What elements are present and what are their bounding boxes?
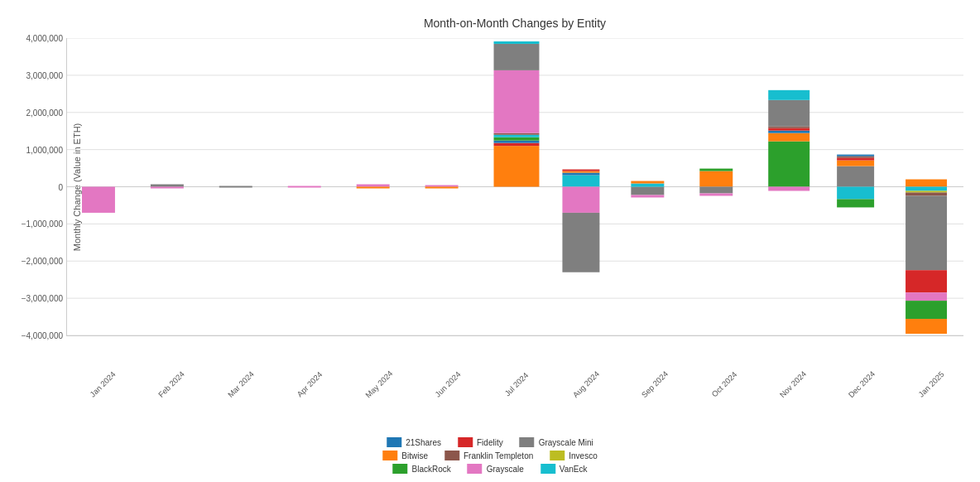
legend-label-bitwise: Bitwise <box>401 451 428 460</box>
bar-jul2024-grayscale <box>494 70 540 133</box>
bar-nov2024-blackrock <box>768 142 809 187</box>
bar-aug2024-gsmini-neg <box>562 213 599 272</box>
bar-oct2024-gsmini <box>699 187 733 194</box>
bar-aug2024-bitwise-pos <box>562 171 599 173</box>
bar-dec2024-gsmini-pos <box>837 166 874 187</box>
legend-color-grayscale <box>468 464 483 474</box>
bar-feb2024-grayscale <box>151 187 184 189</box>
ytick-0: 0 <box>58 182 63 191</box>
xtick-jan2025: Jan 2025 <box>916 369 945 398</box>
xtick-feb2024: Feb 2024 <box>156 369 186 399</box>
bar-jan2025-gsmini <box>906 195 947 270</box>
bar-nov2024-gsmini <box>768 100 809 127</box>
ytick-neg3m: −3,000,000 <box>22 294 63 303</box>
legend-item-21shares: 21Shares <box>387 437 441 447</box>
bar-jun2024-neg <box>425 187 459 189</box>
bar-dec2024-blackrock-neg <box>837 199 874 207</box>
bar-feb2024-gsmini <box>151 185 184 187</box>
bar-jun2024-pos <box>425 186 459 187</box>
xtick-sep2024: Sep 2024 <box>640 369 670 400</box>
legend-color-21shares <box>387 437 401 447</box>
ytick-neg4m: −4,000,000 <box>22 331 63 340</box>
bar-sep2024-vaneck-pos <box>631 184 664 187</box>
legend-container: 21Shares Fidelity Grayscale Mini Bitwise… <box>382 437 597 474</box>
bar-nov2024-ft <box>768 127 809 128</box>
legend-color-blackrock <box>393 464 408 474</box>
xtick-dec2024: Dec 2024 <box>847 369 877 400</box>
xtick-oct2024: Oct 2024 <box>709 369 738 398</box>
bar-may2024-pos <box>357 185 390 187</box>
bar-jan2025-bitwise-pos <box>906 180 947 187</box>
chart-area: Monthly Change (Value in ETH) <box>66 38 963 336</box>
bar-dec2024-21shares <box>837 155 874 157</box>
bar-jan2025-fidelity <box>906 270 947 292</box>
legend-item-gsmini: Grayscale Mini <box>520 437 593 447</box>
legend-item-bitwise: Bitwise <box>382 451 428 460</box>
bar-jul2024-ft <box>494 133 540 135</box>
bar-jan2025-blackrock <box>906 301 947 319</box>
bar-jan2025-vaneck <box>906 187 947 191</box>
bar-dec2024-bitwise <box>837 161 874 166</box>
xtick-may2024: May 2024 <box>363 369 394 399</box>
ytick-neg2m: −2,000,000 <box>22 257 63 266</box>
legend-label-invesco: Invesco <box>569 451 597 460</box>
legend-color-ft <box>444 451 459 460</box>
bar-nov2024-21shares <box>768 131 809 133</box>
bar-jul2024-vaneck <box>494 135 540 137</box>
bar-may2024-neg <box>357 187 390 189</box>
bar-nov2024-fidelity <box>768 128 809 131</box>
bar-jan2025-invesco <box>906 190 947 192</box>
legend-item-invesco: Invesco <box>550 451 597 460</box>
legend-item-fidelity: Fidelity <box>458 437 503 447</box>
legend-label-blackrock: BlackRock <box>412 465 451 474</box>
legend-item-ft: Franklin Templeton <box>444 451 533 460</box>
bar-oct2024-grayscale <box>699 193 733 195</box>
legend-label-grayscale: Grayscale <box>487 465 524 474</box>
bar-aug2024-vaneck-pos <box>562 176 599 187</box>
xtick-aug2024: Aug 2024 <box>570 369 601 400</box>
bar-jan2024-grayscale <box>82 187 115 213</box>
ytick-2m: 2,000,000 <box>26 108 64 117</box>
legend-item-vaneck: VanEck <box>540 464 588 474</box>
legend-row-1: 21Shares Fidelity Grayscale Mini <box>387 437 593 447</box>
bar-sep2024-grayscale <box>631 195 664 197</box>
legend-label-ft: Franklin Templeton <box>464 451 533 460</box>
bar-apr2024 <box>288 186 321 188</box>
bar-sep2024-gsmini <box>631 187 664 195</box>
xtick-apr2024: Apr 2024 <box>295 369 324 398</box>
ytick-4m: 4,000,000 <box>26 34 64 43</box>
ytick-neg1m: −1,000,000 <box>22 219 63 229</box>
bar-sep2024-bitwise-pos <box>631 181 664 184</box>
bar-jan2025-bitwise-neg <box>906 319 947 334</box>
legend-item-grayscale: Grayscale <box>468 464 524 474</box>
legend-row-3: BlackRock Grayscale VanEck <box>393 464 588 474</box>
chart-svg <box>67 38 963 335</box>
bar-dec2024-ft <box>837 157 874 158</box>
bar-aug2024-21shares-pos <box>562 173 599 176</box>
xtick-jul2024: Jul 2024 <box>503 370 531 398</box>
xtick-mar2024: Mar 2024 <box>226 369 256 399</box>
bar-oct2024-bitwise <box>699 171 733 187</box>
bar-nov2024-bitwise <box>768 133 809 142</box>
bar-dec2024-vaneck-neg <box>837 187 874 200</box>
bar-nov2024-vaneck <box>768 90 809 100</box>
xtick-jun2024: Jun 2024 <box>433 369 462 398</box>
legend-label-21shares: 21Shares <box>406 438 441 447</box>
bar-jul2024-vaneck2 <box>494 41 540 44</box>
bar-jul2024-fidelity <box>494 143 540 146</box>
bar-jul2024-bitwise <box>494 146 540 186</box>
bar-jul2024-gsmini <box>494 44 540 70</box>
bar-mar2024 <box>219 186 252 188</box>
legend-label-fidelity: Fidelity <box>477 438 503 447</box>
xtick-jan2024: Jan 2024 <box>88 369 117 398</box>
bar-jan2025-ft <box>906 192 947 195</box>
legend-color-invesco <box>550 451 564 460</box>
xtick-nov2024: Nov 2024 <box>778 369 809 400</box>
legend-row-2: Bitwise Franklin Templeton Invesco <box>382 451 597 460</box>
bar-nov2024-grayscale-neg <box>768 187 809 191</box>
legend-color-fidelity <box>458 437 473 447</box>
bar-jul2024-blackrock-thin <box>494 137 540 141</box>
ytick-3m: 3,000,000 <box>26 70 64 80</box>
bar-jan2025-grayscale <box>906 292 947 301</box>
legend-label-gsmini: Grayscale Mini <box>539 438 593 447</box>
